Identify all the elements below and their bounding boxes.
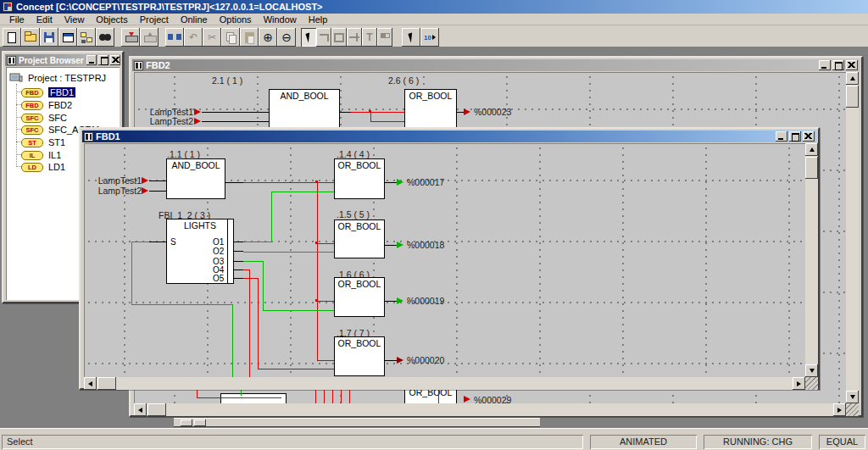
and-bool-block[interactable]: AND_BOOL — [269, 89, 340, 131]
project-root-item[interactable]: Project : TESTPRJ — [9, 73, 106, 83]
st-badge: ST — [21, 138, 43, 147]
open-button[interactable] — [21, 28, 40, 47]
fbd1-horizontal-scrollbar[interactable] — [84, 377, 805, 390]
tree-item-il1[interactable]: IL IL1 — [21, 150, 61, 160]
fbd-window-icon — [134, 61, 143, 70]
menu-objects[interactable]: Objects — [90, 14, 133, 25]
resize-grip[interactable] — [846, 403, 859, 416]
zoom-out-icon: ⊖ — [281, 31, 292, 43]
tree-item-fbd1[interactable]: FBD FBD1 — [21, 87, 75, 97]
menu-options[interactable]: Options — [214, 14, 258, 25]
block-ref-label: 2.1 ( 1 ) — [212, 75, 242, 86]
maximize-button[interactable] — [832, 60, 844, 70]
fbd2-titlebar[interactable]: FBD2 — [132, 59, 860, 71]
fbd1-canvas[interactable]: .1.1 ( 1 ) AND_BOOL LampTest1 LampTest2 … — [84, 143, 805, 377]
wire-segment — [385, 245, 397, 246]
arrow-up-icon — [850, 76, 855, 81]
maximize-button[interactable] — [789, 131, 801, 142]
properties-icon — [63, 33, 74, 42]
and-bool-block[interactable]: AND_BOOL — [166, 158, 225, 199]
tree-item-sfc[interactable]: SFC SFC — [21, 113, 67, 123]
select-tool-button[interactable] — [301, 28, 316, 47]
fbd1-window[interactable]: FBD1 .1.1 ( 1 ) AND_BOOL LampTest1 LampT… — [79, 127, 820, 390]
scroll-right-button[interactable] — [833, 403, 846, 416]
fbd1-titlebar[interactable]: FBD1 — [82, 131, 816, 142]
tree-item-label: FBD1 — [48, 87, 75, 97]
minimize-button[interactable] — [776, 131, 787, 142]
zoom-out-button[interactable]: ⊖ — [277, 28, 296, 47]
scroll-thumb[interactable] — [147, 403, 166, 416]
scroll-up-button[interactable] — [805, 143, 818, 156]
or-bool-block[interactable]: OR_BOOL — [334, 158, 385, 199]
project-browser-titlebar[interactable]: Project Browser — [5, 54, 120, 66]
menu-online[interactable]: Online — [175, 14, 214, 25]
wire-segment — [234, 242, 243, 242]
lights-block[interactable]: LIGHTS S O1 O2 O3 O4 O5 — [166, 219, 234, 284]
tree-item-st1[interactable]: ST ST1 — [21, 137, 65, 147]
block-type-label: OR_BOOL — [335, 160, 384, 170]
menu-edit[interactable]: Edit — [31, 14, 58, 25]
scroll-left-button[interactable] — [134, 403, 147, 416]
pin-label: S — [170, 237, 176, 247]
background-window-scroll-thumb2[interactable] — [194, 419, 206, 426]
maximize-button[interactable] — [98, 55, 108, 65]
scroll-down-button[interactable] — [805, 364, 818, 377]
close-button[interactable] — [846, 60, 858, 70]
fbd-badge: FBD — [21, 101, 43, 110]
or-bool-block[interactable]: OR_BOOL — [334, 336, 385, 376]
scroll-right-button[interactable] — [793, 377, 805, 390]
contact-tool-button[interactable] — [347, 28, 362, 47]
download-changes-button[interactable] — [121, 28, 140, 47]
or-bool-block[interactable]: OR_BOOL — [404, 89, 457, 131]
cut-button[interactable]: ✂ — [203, 28, 221, 47]
upload-button[interactable] — [140, 28, 159, 47]
new-button[interactable] — [3, 28, 21, 47]
arrow-down-icon — [850, 395, 855, 399]
resize-grip[interactable] — [805, 377, 818, 390]
block-type-label: OR_BOOL — [335, 221, 384, 231]
minimize-button[interactable] — [819, 60, 831, 70]
paste-button[interactable] — [240, 28, 259, 47]
scroll-thumb[interactable] — [846, 86, 859, 108]
menu-file[interactable]: File — [3, 14, 31, 25]
tree-item-ld1[interactable]: LD LD1 — [21, 162, 65, 172]
close-button[interactable] — [803, 131, 815, 142]
partial-block[interactable] — [220, 393, 287, 403]
tree-item-fbd2[interactable]: FBD FBD2 — [21, 100, 72, 110]
fbd2-vertical-scrollbar[interactable] — [846, 72, 859, 403]
project-browser-button[interactable] — [77, 28, 96, 47]
save-button[interactable] — [40, 28, 58, 47]
menu-window[interactable]: Window — [258, 14, 303, 25]
minimize-button[interactable] — [86, 55, 97, 65]
copy-button[interactable] — [221, 28, 240, 47]
link-tool-button[interactable] — [316, 28, 331, 47]
fbd2-horizontal-scrollbar[interactable] — [134, 403, 846, 416]
scroll-thumb[interactable] — [97, 377, 116, 390]
connect-button[interactable] — [165, 28, 184, 47]
computer-icon — [9, 73, 23, 83]
background-window-scroll-thumb[interactable] — [181, 419, 192, 426]
function-block-tool-button[interactable] — [331, 28, 347, 47]
undo-button[interactable]: ↶ — [184, 28, 203, 47]
app-titlebar[interactable]: Concept [C:\CONCEPT\TESTPRJ\TESTPRJ]<127… — [0, 0, 868, 14]
close-button[interactable] — [110, 55, 120, 65]
wire-segment — [243, 278, 258, 279]
menu-view[interactable]: View — [58, 14, 91, 25]
menu-project[interactable]: Project — [134, 14, 175, 25]
animate-step-button[interactable]: 10 — [420, 28, 439, 47]
text-tool-button[interactable]: T — [362, 28, 377, 47]
fbd1-vertical-scrollbar[interactable] — [805, 143, 818, 377]
menu-help[interactable]: Help — [303, 14, 334, 25]
scroll-thumb[interactable] — [805, 157, 818, 179]
animate-selection-button[interactable] — [402, 28, 420, 47]
properties-button[interactable] — [58, 28, 77, 47]
find-button[interactable] — [96, 28, 114, 47]
grid-tool-button[interactable] — [377, 28, 392, 47]
block-type-label: OR_BOOL — [405, 91, 456, 101]
scroll-up-button[interactable] — [846, 72, 859, 85]
zoom-in-button[interactable]: ⊕ — [259, 28, 277, 47]
or-bool-block[interactable]: OR_BOOL — [334, 219, 385, 258]
scroll-down-button[interactable] — [846, 391, 859, 403]
or-bool-block[interactable]: OR_BOOL — [334, 277, 385, 317]
scroll-left-button[interactable] — [84, 377, 97, 390]
